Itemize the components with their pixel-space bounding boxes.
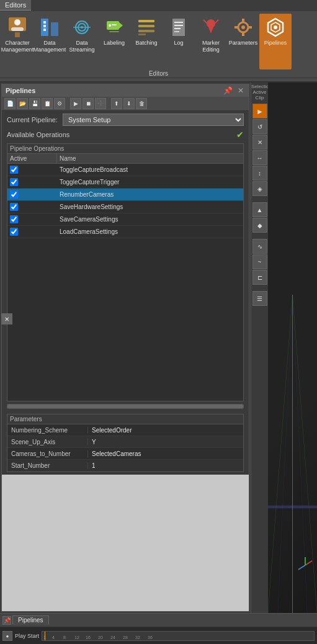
ruler-mark-32: 32 xyxy=(135,635,140,640)
svg-point-39 xyxy=(274,25,277,29)
panel-tool-settings[interactable]: ⚙ xyxy=(54,98,65,109)
right-tool-move-h[interactable]: ↔ xyxy=(252,150,267,165)
ops-check-3[interactable] xyxy=(7,203,57,211)
toolbar-item-data-management[interactable]: Data Management xyxy=(33,14,66,69)
batching-icon xyxy=(135,16,158,38)
ops-section-label: Pipeline Operations xyxy=(7,144,243,154)
right-tool-diamond[interactable]: ◆ xyxy=(252,218,267,233)
ops-checkbox-3[interactable] xyxy=(10,203,18,211)
svg-rect-8 xyxy=(43,29,46,31)
param-row-2[interactable]: Cameras_to_Number SelectedCameras xyxy=(7,448,243,460)
right-tool-center[interactable]: ◈ xyxy=(252,181,267,196)
svg-rect-34 xyxy=(242,32,244,36)
svg-line-49 xyxy=(298,565,305,570)
pipeline-select[interactable]: System Setup xyxy=(63,114,244,126)
panel-tool-down[interactable]: ⬇ xyxy=(123,98,135,109)
panel-tool-add[interactable]: ➕ xyxy=(95,98,106,109)
params-empty-area xyxy=(2,475,249,611)
timeline-frame-indicator: ● xyxy=(2,631,12,641)
viewport-3d xyxy=(268,83,317,613)
ops-row-3[interactable]: SaveHardwareSettings xyxy=(7,201,243,213)
selection-label: Selection: xyxy=(251,84,268,89)
toolbar-item-log[interactable]: Log xyxy=(163,14,195,69)
pipelines-label: Pipelines xyxy=(264,40,287,47)
bottom-pin-btn[interactable]: 📌 xyxy=(2,616,11,625)
ops-checkbox-1[interactable] xyxy=(10,178,18,186)
batching-label: Batching xyxy=(135,40,157,47)
panel-close-button[interactable]: ✕ xyxy=(236,86,245,95)
ops-row-2[interactable]: RenumberCameras xyxy=(7,189,243,201)
bottom-tab-pipelines[interactable]: Pipelines xyxy=(12,615,49,625)
panel-tool-delete[interactable]: 🗑 xyxy=(136,98,147,109)
ops-row-0[interactable]: ToggleCaptureBroadcast xyxy=(7,164,243,176)
ops-check-2[interactable] xyxy=(7,190,57,199)
right-tool-move-v[interactable]: ↕ xyxy=(252,166,267,181)
playhead[interactable] xyxy=(45,632,45,640)
panel-tool-open[interactable]: 📂 xyxy=(17,98,28,109)
ops-row-4[interactable]: SaveCameraSettings xyxy=(7,213,243,226)
toolbar-item-character-management[interactable]: Character Management xyxy=(1,14,33,69)
right-tool-select[interactable]: ▶ xyxy=(252,104,267,119)
right-tool-rotate[interactable]: ↺ xyxy=(252,119,267,134)
toolbar-item-parameters[interactable]: Parameters xyxy=(227,14,259,69)
svg-rect-3 xyxy=(15,32,20,37)
right-tool-wave1[interactable]: ∿ xyxy=(252,239,267,254)
ruler-mark-24: 24 xyxy=(110,635,115,640)
ops-checkbox-0[interactable] xyxy=(10,166,18,174)
panel-tool-save[interactable]: 💾 xyxy=(29,98,40,109)
panel-tool-up[interactable]: ⬆ xyxy=(111,98,122,109)
svg-rect-36 xyxy=(248,26,252,29)
param-row-1[interactable]: Scene_Up_Axis Y xyxy=(7,436,243,448)
ops-checkbox-5[interactable] xyxy=(10,228,18,236)
data-management-icon xyxy=(38,16,61,38)
ops-scrollbar[interactable] xyxy=(7,404,244,409)
toolbar-item-data-streaming[interactable]: Data Streaming xyxy=(66,14,98,69)
panel-tool-save-as[interactable]: 📋 xyxy=(42,98,53,109)
right-tool-list[interactable]: ☰ xyxy=(252,291,267,306)
svg-rect-6 xyxy=(43,21,46,24)
ops-checkbox-2[interactable] xyxy=(10,190,18,199)
ops-col-header-name: Name xyxy=(57,154,243,163)
editors-bottom-label: Editors xyxy=(0,69,317,78)
ops-row-1[interactable]: ToggleCaptureTrigger xyxy=(7,176,243,189)
param-row-0[interactable]: Numbering_Scheme SelectedOrder xyxy=(7,424,243,436)
log-label: Log xyxy=(174,40,183,47)
panel-tool-new[interactable]: 📄 xyxy=(4,98,16,109)
ops-checkbox-4[interactable] xyxy=(10,215,18,223)
right-tool-triangle[interactable]: ▲ xyxy=(252,202,267,217)
toolbar-item-batching[interactable]: Batching xyxy=(130,14,163,69)
selection-value: Active Clip xyxy=(251,89,268,101)
toolbar-item-pipelines[interactable]: Pipelines xyxy=(259,14,292,69)
ops-check-0[interactable] xyxy=(7,166,57,174)
param-val-0: SelectedOrder xyxy=(88,427,243,434)
right-tool-wave2[interactable]: ~ xyxy=(252,254,267,269)
toolbar-item-marker-editing[interactable]: Marker Editing xyxy=(195,14,227,69)
toolbar-item-labeling[interactable]: Labeling xyxy=(98,14,130,69)
svg-point-27 xyxy=(207,19,215,28)
panel-tool-run[interactable]: ▶ xyxy=(70,98,81,109)
log-icon xyxy=(167,16,190,38)
labeling-label: Labeling xyxy=(104,40,125,47)
timeline-ruler[interactable]: 1 4 8 12 16 20 24 28 32 36 xyxy=(42,631,315,641)
floating-close-btn[interactable]: ✕ xyxy=(1,313,12,324)
param-row-3[interactable]: Start_Number 1 xyxy=(7,460,243,472)
right-tool-bracket[interactable]: ⊏ xyxy=(252,270,267,285)
current-pipeline-label: Current Pipeline: xyxy=(7,116,58,123)
ruler-mark-16: 16 xyxy=(86,635,91,640)
ops-check-1[interactable] xyxy=(7,178,57,186)
ops-row-5[interactable]: LoadCameraSettings xyxy=(7,226,243,238)
parameters-section: Parameters Numbering_Scheme SelectedOrde… xyxy=(7,414,244,472)
ops-name-0: ToggleCaptureBroadcast xyxy=(57,166,243,173)
timeline-area: ● Play Start 1 4 8 12 16 20 24 28 32 36 xyxy=(0,627,317,644)
ops-name-5: LoadCameraSettings xyxy=(57,228,243,235)
ops-check-4[interactable] xyxy=(7,215,57,223)
svg-rect-21 xyxy=(138,34,146,35)
ops-empty-area xyxy=(7,238,243,338)
panel-tool-stop[interactable]: ⏹ xyxy=(83,98,94,109)
right-tool-close[interactable]: ✕ xyxy=(252,135,267,150)
param-key-2: Cameras_to_Number xyxy=(7,450,88,457)
svg-rect-2 xyxy=(11,27,24,31)
panel-pin-button[interactable]: 📌 xyxy=(222,86,234,95)
editors-tab[interactable]: Editors xyxy=(0,0,31,11)
ops-check-5[interactable] xyxy=(7,228,57,236)
